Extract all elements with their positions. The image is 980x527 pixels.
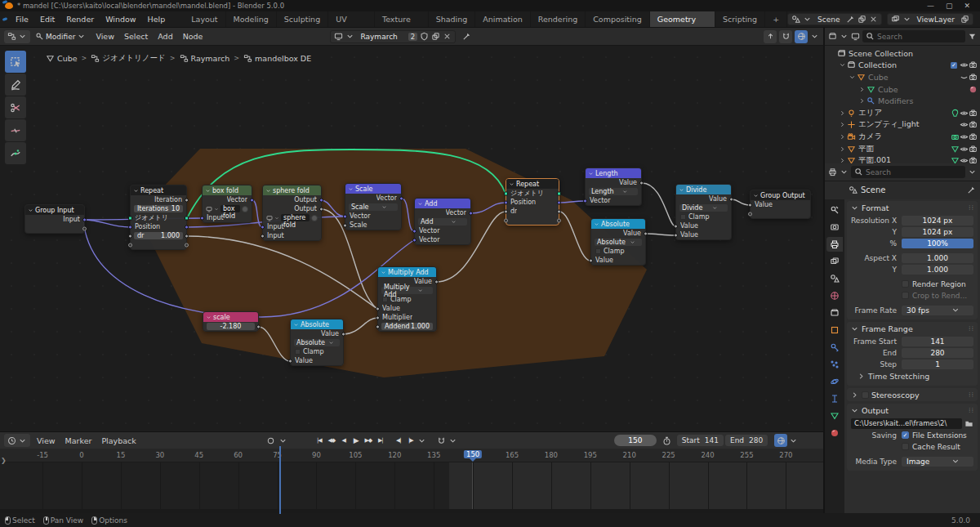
properties-editor-icon[interactable]: [828, 167, 837, 176]
stereoscopy-checkbox[interactable]: [862, 391, 869, 399]
node-scale-value[interactable]: scale-2.180: [203, 311, 259, 332]
properties-tab-particles[interactable]: [826, 357, 843, 372]
node-socket[interactable]: [557, 200, 561, 204]
node-socket[interactable]: [261, 225, 265, 229]
node-socket[interactable]: [504, 200, 508, 204]
workspace-tab-rendering[interactable]: Rendering: [531, 11, 586, 27]
node-header[interactable]: Scale: [345, 184, 401, 194]
breadcrumb-item[interactable]: mandelbox DE: [243, 54, 311, 63]
node-socket[interactable]: [434, 279, 439, 284]
node-scale-vector[interactable]: ScaleVectorScaleVectorScale: [345, 183, 402, 230]
timeline-editor-button[interactable]: [4, 434, 30, 447]
collection-checkbox[interactable]: ✓: [951, 62, 957, 69]
time-stretching-header[interactable]: Time Stretching: [868, 372, 929, 381]
parent-node-tree-button[interactable]: [764, 30, 777, 43]
camera-visibility-icon[interactable]: [969, 132, 978, 141]
current-frame-indicator[interactable]: 150: [464, 450, 482, 458]
outliner-search-input[interactable]: [877, 33, 962, 41]
resolution-x-field[interactable]: 1024 px: [902, 216, 973, 226]
node-header[interactable]: Repeat: [131, 185, 186, 195]
menu-edit[interactable]: Edit: [34, 11, 60, 27]
workspace-tab-texture-paint[interactable]: Texture Paint: [375, 11, 429, 27]
virtual-socket[interactable]: [748, 212, 752, 216]
node-value-field[interactable]: -2.180: [203, 322, 258, 331]
auto-keying-button[interactable]: [265, 435, 277, 446]
chevron-right-icon[interactable]: [839, 145, 846, 154]
timeline-menu-view[interactable]: View: [32, 433, 60, 449]
node-repeat-output[interactable]: RepeatジオメトリPositiondr: [506, 178, 559, 226]
shield-icon[interactable]: [420, 32, 429, 41]
node-repeat-input[interactable]: RepeatIterationIterations10ジオメトリPosition…: [130, 185, 187, 250]
node-menu-add[interactable]: Add: [153, 28, 177, 45]
workspace-tab-scripting[interactable]: Scripting: [715, 11, 765, 27]
properties-tab-material[interactable]: [826, 426, 843, 440]
pin-icon[interactable]: [462, 32, 471, 41]
annotate-tool[interactable]: [5, 74, 26, 96]
next-keyframe-button[interactable]: ▶◆: [363, 435, 374, 446]
camera-visibility-icon[interactable]: [969, 73, 978, 82]
meshdata-icon[interactable]: [951, 145, 960, 154]
node-socket[interactable]: [674, 233, 678, 237]
checkbox[interactable]: [295, 349, 301, 355]
chevron-down-icon[interactable]: [849, 73, 856, 82]
eye-icon[interactable]: [960, 109, 969, 118]
node-socket[interactable]: [748, 203, 752, 207]
chevron-right-icon[interactable]: [839, 132, 846, 141]
node-socket[interactable]: [343, 214, 347, 218]
node-socket[interactable]: [200, 216, 204, 220]
node-group-selector[interactable]: Raymarch 2: [330, 30, 456, 43]
chevron-right-icon[interactable]: [839, 109, 846, 118]
frame-rate-dropdown[interactable]: 30 fps: [902, 306, 973, 315]
jump-to-start-button[interactable]: |◀: [314, 435, 325, 446]
outliner-row[interactable]: Collection✓: [825, 60, 980, 72]
node-header[interactable]: Multiply Add: [378, 267, 436, 277]
node-header[interactable]: sphere fold: [263, 185, 321, 195]
node-sphere-fold[interactable]: sphere foldOutputOutputsphere foldInputI…: [262, 185, 322, 241]
outliner-row[interactable]: カメラ: [825, 131, 980, 143]
frame-end-fields[interactable]: End 280: [725, 435, 768, 446]
frame-step-field[interactable]: 1: [902, 360, 973, 369]
copy-icon[interactable]: [431, 32, 440, 41]
node-group-picker[interactable]: box fold: [203, 204, 252, 213]
outliner-row[interactable]: Cube: [825, 71, 980, 83]
node-header[interactable]: Group Output: [751, 190, 810, 200]
node-editor-canvas[interactable]: Group InputInputRepeatIterationIteration…: [0, 46, 823, 431]
frame-end-field[interactable]: 280: [902, 348, 973, 358]
resolution-y-field[interactable]: 1024 px: [902, 227, 973, 237]
node-menu-view[interactable]: View: [91, 28, 119, 45]
timeline-body[interactable]: [0, 462, 823, 513]
node-socket[interactable]: [376, 324, 380, 328]
node-socket[interactable]: [504, 191, 508, 195]
node-add-vector[interactable]: AddVectorAddVectorVector: [414, 198, 471, 245]
scene-selector[interactable]: Scene: [787, 13, 881, 25]
outliner-row[interactable]: エンプティ_light: [825, 119, 980, 132]
properties-search-input[interactable]: [866, 168, 962, 176]
node-value-field[interactable]: Iterations10: [131, 204, 186, 213]
eye-icon[interactable]: [960, 60, 969, 69]
node-socket[interactable]: [250, 198, 254, 202]
camera-visibility-icon[interactable]: [969, 120, 978, 129]
node-header[interactable]: Absolute: [591, 219, 645, 229]
node-operation-dropdown[interactable]: Multiply Add: [378, 286, 436, 295]
node-socket[interactable]: [589, 258, 593, 262]
node-header[interactable]: Length: [586, 168, 641, 178]
play-button[interactable]: ▶: [350, 435, 362, 446]
crop-checkbox[interactable]: [902, 292, 909, 299]
node-header[interactable]: scale: [203, 312, 258, 322]
fake-user-icon[interactable]: [242, 206, 248, 212]
node-socket[interactable]: [288, 359, 292, 363]
fake-user-icon[interactable]: [311, 215, 318, 221]
virtual-socket[interactable]: [82, 226, 87, 230]
chevron-right-icon[interactable]: [858, 85, 866, 94]
eye-icon[interactable]: [960, 132, 969, 141]
end-value[interactable]: 280: [749, 436, 763, 444]
node-value-field[interactable]: dr1.000: [131, 231, 186, 240]
overlays-button[interactable]: [795, 30, 808, 43]
file-extensions-checkbox[interactable]: ✓: [902, 431, 909, 439]
outliner-item-label[interactable]: Collection: [858, 60, 951, 69]
node-header[interactable]: Repeat: [506, 179, 559, 189]
node-checkbox-row[interactable]: Clamp: [591, 247, 645, 256]
node-socket[interactable]: [185, 225, 189, 229]
node-socket[interactable]: [256, 324, 261, 328]
copy-icon[interactable]: [960, 15, 969, 24]
